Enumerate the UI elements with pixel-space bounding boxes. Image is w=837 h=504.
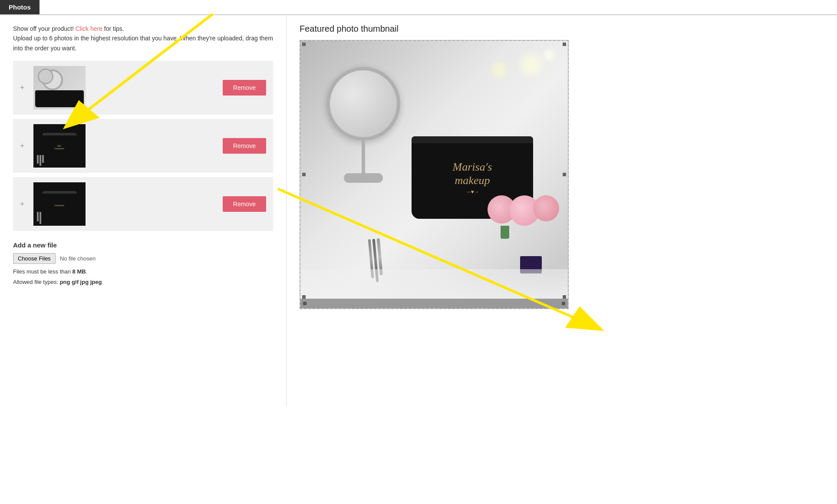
featured-image-container: Marisa'smakeup →♥→ (300, 40, 569, 309)
intro-text: Show off your product! Click here for ti… (13, 24, 273, 53)
no-file-label: No file chosen (60, 255, 96, 262)
file-types-prefix: Allowed file types: (13, 279, 60, 285)
resize-bar (300, 299, 568, 308)
photo-thumbnail: Umpanias (33, 182, 86, 226)
photo-item: + Umpanias Remove (13, 177, 273, 231)
intro-prefix: Show off your product! (13, 25, 74, 32)
add-file-section: Add a new file Choose Files No file chos… (13, 241, 273, 287)
file-size-value: 8 MB (72, 268, 86, 275)
photo-item: + Marisa's makeup Remove (13, 61, 273, 115)
drag-handle-icon[interactable]: + (20, 142, 25, 151)
main-layout: Show off your product! Click here for ti… (0, 15, 837, 406)
intro-line1: Show off your product! Click here for ti… (13, 24, 273, 33)
photo-list: + Marisa's makeup Remove + (13, 61, 273, 231)
drag-handle-icon[interactable]: + (20, 83, 25, 92)
click-here-link[interactable]: Click here (76, 25, 102, 32)
photo-thumbnail: MofUmpanias (33, 124, 86, 168)
resize-handle-tr[interactable] (563, 43, 566, 46)
resize-handle-bottom-left[interactable] (303, 302, 306, 305)
choose-files-button[interactable]: Choose Files (13, 253, 56, 264)
remove-button-1[interactable]: Remove (223, 80, 266, 96)
resize-handle-bottom-right[interactable] (562, 302, 565, 305)
intro-suffix: for tips. (104, 25, 124, 32)
remove-button-2[interactable]: Remove (223, 138, 266, 154)
file-types-value: png gif jpg jpeg (60, 279, 102, 285)
mirror-element (326, 67, 400, 183)
featured-photo-title: Featured photo thumbnail (300, 24, 824, 34)
intro-line2: Upload up to 6 photos in the highest res… (13, 33, 273, 53)
tab-bar: Photos (0, 0, 837, 15)
file-size-prefix: Files must be less than (13, 268, 72, 275)
resize-handle-ml[interactable] (302, 173, 306, 176)
file-size-suffix: . (86, 268, 88, 275)
file-types-suffix: . (102, 279, 103, 285)
add-file-title: Add a new file (13, 241, 273, 249)
file-size-info: Files must be less than 8 MB. (13, 267, 273, 277)
right-panel: Featured photo thumbnail (287, 15, 837, 406)
photos-tab[interactable]: Photos (0, 0, 40, 14)
left-panel: Show off your product! Click here for ti… (0, 15, 287, 406)
thumb-image-2: MofUmpanias (33, 124, 86, 168)
flower-element (488, 195, 559, 239)
resize-handle-bl[interactable] (302, 295, 306, 299)
remove-button-3[interactable]: Remove (223, 196, 266, 212)
drag-handle-icon[interactable]: + (20, 200, 25, 209)
photo-thumbnail: Marisa's makeup (33, 66, 86, 109)
photo-item: + MofUmpanias R (13, 119, 273, 173)
resize-handle-tl[interactable] (302, 43, 306, 46)
file-input-row: Choose Files No file chosen (13, 253, 273, 264)
file-types-info: Allowed file types: png gif jpg jpeg. (13, 277, 273, 287)
thumb-image-3: Umpanias (33, 182, 86, 226)
thumb-image-1: Marisa's makeup (33, 66, 86, 109)
resize-handle-br[interactable] (563, 295, 566, 299)
resize-handle-mr[interactable] (563, 173, 566, 176)
featured-photo: Marisa'smakeup →♥→ (300, 41, 568, 308)
